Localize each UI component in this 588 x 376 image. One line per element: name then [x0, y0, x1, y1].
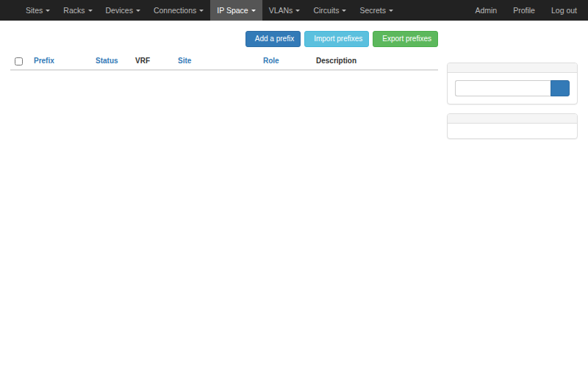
nav-item-log-out[interactable]: Log out — [542, 0, 584, 21]
import-prefixes-button[interactable]: Import prefixes — [304, 31, 369, 47]
caret-down-icon — [46, 10, 50, 12]
nav-user-menu: Admin Profile Log out — [465, 0, 584, 21]
export-prefixes-button[interactable]: Export prefixes — [373, 31, 438, 47]
nav-item-sites[interactable]: Sites — [19, 0, 57, 21]
page-actions: Add a prefix Import prefixes Export pref… — [245, 31, 438, 47]
table-header-row: PrefixStatusVRFSiteRoleDescription — [10, 53, 438, 70]
nav-item-ip-space[interactable]: IP Space — [210, 0, 262, 21]
column-header-status[interactable]: Status — [91, 53, 131, 70]
page-header: Add a prefix Import prefixes Export pref… — [10, 28, 438, 47]
caret-down-icon — [136, 10, 140, 12]
column-header-description: Description — [312, 53, 438, 70]
nav-item-profile[interactable]: Profile — [503, 0, 542, 21]
search-panel-title — [448, 63, 577, 73]
caret-down-icon — [295, 10, 300, 12]
filter-panel — [447, 113, 578, 139]
search-panel — [447, 63, 578, 104]
prefixes-table: PrefixStatusVRFSiteRoleDescription — [10, 53, 438, 71]
caret-down-icon — [342, 10, 346, 12]
search-input[interactable] — [455, 80, 551, 96]
nav-menu: Sites Racks Devices Connections IP Space… — [19, 0, 400, 21]
nav-item-secrets[interactable]: Secrets — [353, 0, 400, 21]
sidebar — [447, 63, 578, 148]
nav-item-devices[interactable]: Devices — [99, 0, 147, 21]
caret-down-icon — [199, 10, 204, 12]
nav-item-admin[interactable]: Admin — [465, 0, 503, 21]
caret-down-icon — [251, 10, 256, 12]
nav-item-racks[interactable]: Racks — [57, 0, 98, 21]
select-all-checkbox[interactable] — [15, 57, 23, 65]
page-content: Add a prefix Import prefixes Export pref… — [0, 21, 588, 148]
column-header-prefix[interactable]: Prefix — [29, 53, 91, 70]
add-a-prefix-button[interactable]: Add a prefix — [245, 31, 301, 47]
caret-down-icon — [88, 10, 93, 12]
main-column: Add a prefix Import prefixes Export pref… — [10, 26, 438, 71]
search-button[interactable] — [551, 80, 570, 96]
column-header-role[interactable]: Role — [259, 53, 312, 70]
nav-item-vlans[interactable]: VLANs — [262, 0, 307, 21]
nav-item-circuits[interactable]: Circuits — [306, 0, 353, 21]
column-header-site[interactable]: Site — [173, 53, 259, 70]
filter-panel-title — [448, 114, 577, 124]
caret-down-icon — [389, 10, 393, 12]
nav-item-connections[interactable]: Connections — [147, 0, 210, 21]
navbar: Sites Racks Devices Connections IP Space… — [0, 0, 588, 21]
navbar-brand[interactable] — [4, 0, 19, 21]
column-header-vrf: VRF — [131, 53, 173, 70]
